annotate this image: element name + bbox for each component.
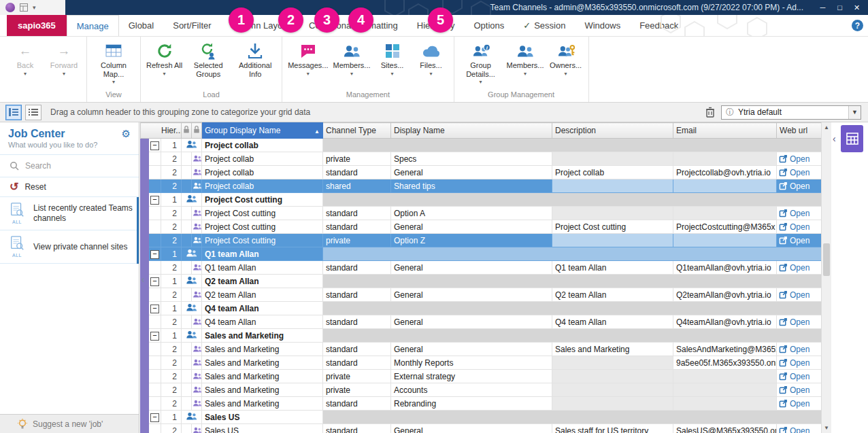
open-weburl-link[interactable]: Open [777,424,822,433]
maximize-button[interactable]: □ [831,3,848,12]
minimize-button[interactable]: ─ [814,3,831,12]
sidebar-collapse-chevron[interactable]: ‹ [139,271,147,288]
group-row[interactable]: −1Sales US [141,411,822,424]
open-weburl-link[interactable]: Open [777,179,822,193]
refresh-all-button[interactable]: Refresh All ▾ [144,39,184,78]
channel-row[interactable]: 2Project collabstandardGeneralProject co… [141,166,822,179]
expand-cell[interactable]: − [149,193,161,207]
files-button[interactable]: Files... ▾ [412,39,450,78]
close-button[interactable]: ✕ [848,3,865,12]
forward-button[interactable]: → Forward ▾ [45,39,83,78]
collapse-toggle-icon[interactable]: − [150,277,159,286]
collapse-toggle-icon[interactable]: − [150,141,159,150]
column-header-group-display-name[interactable]: Group Display Name▲ [202,123,323,139]
group-members-button[interactable]: Members... ▾ [505,39,546,78]
suggest-job-button[interactable]: Suggest a new 'job' [0,414,139,433]
vertical-scrollbar[interactable]: ▲ ▼ [821,122,831,433]
search-input[interactable]: Search [0,154,139,177]
sapio365-logo-icon[interactable] [5,3,15,12]
open-weburl-link[interactable]: Open [777,261,822,275]
channel-row[interactable]: 2Sales and MarketingstandardMonthly Repo… [141,356,822,370]
group-row[interactable]: −1Q2 team Allan [141,275,822,288]
column-map-button[interactable]: Column Map... ▾ [90,39,137,86]
collapse-toggle-icon[interactable]: − [150,250,159,259]
group-row[interactable]: −1Q4 team Allan [141,302,822,315]
channel-row[interactable]: 2Sales and MarketingstandardRebrandingOp… [141,397,822,411]
tab-session[interactable]: ✓Session [514,15,575,36]
tab-global[interactable]: Global [119,15,164,36]
open-weburl-link[interactable]: Open [777,383,822,397]
collapse-toggle-icon[interactable]: − [150,196,159,205]
column-header-description[interactable]: Description [552,123,673,139]
channel-row[interactable]: 2Project Cost cuttingprivateOption ZOpen [141,234,822,247]
channel-row[interactable]: 2Q1 team AllanstandardGeneralQ1 team All… [141,261,822,275]
expand-cell[interactable]: − [149,139,161,152]
tab-sort-filter[interactable]: Sort/Filter [163,15,220,36]
group-row[interactable]: −1Sales and Marketing [141,329,822,343]
open-weburl-link[interactable]: Open [777,370,822,383]
tab-windows[interactable]: Windows [575,15,630,36]
sites-button[interactable]: Sites... ▾ [373,39,412,78]
selected-groups-button[interactable]: Selected Groups [185,39,231,86]
open-weburl-link[interactable]: Open [777,207,822,220]
group-row[interactable]: −1Project Cost cutting [141,193,822,207]
channel-row[interactable]: 2Project collabsharedShared tipsOpen [141,179,822,193]
tab-options[interactable]: Options [464,15,514,36]
open-weburl-link[interactable]: Open [777,152,822,166]
collapse-toggle-icon[interactable]: − [150,305,159,313]
group-row[interactable]: −1Q1 team Allan [141,247,822,261]
reset-button[interactable]: ↺ Reset [0,177,139,197]
open-weburl-link[interactable]: Open [777,315,822,329]
view-selector-dropdown-icon[interactable]: ▼ [848,106,861,119]
open-weburl-link[interactable]: Open [777,220,822,234]
scroll-down-icon[interactable]: ▼ [822,423,831,433]
additional-info-button[interactable]: Additional Info [232,39,278,86]
expand-cell[interactable]: − [149,275,161,288]
tab-manage[interactable]: Manage [67,15,119,36]
channel-row[interactable]: 2Q2 team AllanstandardGeneralQ2 team All… [141,288,822,302]
members-button[interactable]: Members... ▾ [331,39,373,78]
help-button[interactable]: ? [852,20,863,31]
column-header-display-name[interactable]: Display Name [391,123,552,139]
collapse-toggle-icon[interactable]: − [150,332,159,341]
collapse-toggle-icon[interactable]: − [150,413,159,422]
open-weburl-link[interactable]: Open [777,234,822,247]
channel-row[interactable]: 2Sales and MarketingprivateAccountsOpen [141,383,822,397]
messages-button[interactable]: Messages... ▾ [286,39,330,78]
open-weburl-link[interactable]: Open [777,397,822,411]
open-weburl-link[interactable]: Open [777,288,822,302]
grid-view-selector[interactable]: ⓘ Ytria default ▼ [721,105,861,120]
expand-cell[interactable]: − [149,329,161,343]
owners-button[interactable]: Owners... ▾ [547,39,585,78]
expand-cell[interactable]: − [149,411,161,424]
column-header-hierarchy[interactable]: Hier... [141,123,182,139]
column-header-lock-1[interactable] [182,123,192,139]
channel-row[interactable]: 2Project collabprivateSpecsOpen [141,152,822,166]
scrollbar-thumb[interactable] [823,243,830,276]
job-item[interactable]: ALLView private channel sites [0,230,137,264]
channel-row[interactable]: 2Q4 team AllanstandardGeneralQ4 team All… [141,315,822,329]
column-header-channel-type[interactable]: Channel Type [323,123,391,139]
back-button[interactable]: ← Back ▾ [6,39,44,78]
trash-icon[interactable] [703,105,718,120]
grid-flat-view-toggle[interactable] [25,105,41,120]
column-header-email[interactable]: Email [673,123,777,139]
window-grid-icon[interactable] [20,3,28,12]
scroll-up-icon[interactable]: ▲ [822,122,831,133]
group-details-button[interactable]: i Group Details... ▾ [458,39,504,86]
channel-row[interactable]: 2Sales USstandardGeneralSales staff for … [141,424,822,433]
channel-row[interactable]: 2Project Cost cuttingstandardGeneralProj… [141,220,822,234]
tab-sapio365[interactable]: sapio365 [7,15,67,36]
right-panel-grid-button[interactable] [841,125,863,152]
column-header-lock-2[interactable] [192,123,202,139]
group-row[interactable]: −1Project collab [141,139,822,152]
channel-row[interactable]: 2Project Cost cuttingstandardOption AOpe… [141,207,822,220]
job-item[interactable]: ALLList recently created Teams channels [0,197,137,230]
expand-cell[interactable]: − [149,247,161,261]
qat-dropdown-icon[interactable]: ▾ [33,4,36,11]
channel-row[interactable]: 2Sales and MarketingstandardGeneralSales… [141,343,822,356]
open-weburl-link[interactable]: Open [777,166,822,179]
open-weburl-link[interactable]: Open [777,343,822,356]
expand-cell[interactable]: − [149,302,161,315]
channel-row[interactable]: 2Sales and MarketingprivateExternal stra… [141,370,822,383]
